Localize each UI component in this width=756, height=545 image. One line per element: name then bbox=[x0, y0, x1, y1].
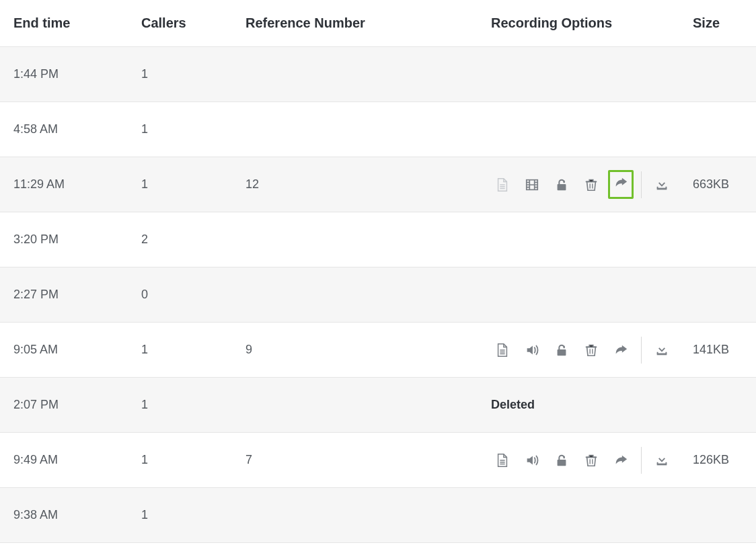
cell-end-time: 3:20 PM bbox=[13, 233, 141, 247]
table-row: 9:38 AM1 bbox=[0, 488, 756, 543]
header-callers: Callers bbox=[141, 15, 245, 31]
cell-options bbox=[491, 337, 693, 364]
share-icon[interactable] bbox=[613, 175, 628, 190]
table-row: 4:58 AM1 bbox=[0, 102, 756, 157]
cell-end-time: 2:27 PM bbox=[13, 288, 141, 302]
header-options: Recording Options bbox=[491, 15, 693, 31]
cell-size: 663KB bbox=[693, 177, 743, 192]
cell-callers: 1 bbox=[141, 122, 245, 136]
table-row: 2:27 PM0 bbox=[0, 267, 756, 323]
cell-end-time: 9:05 AM bbox=[13, 343, 141, 357]
header-reference: Reference Number bbox=[245, 15, 491, 31]
notes-icon[interactable] bbox=[495, 343, 510, 358]
cell-callers: 1 bbox=[141, 67, 245, 81]
cell-reference: 12 bbox=[245, 177, 491, 192]
cell-end-time: 9:38 AM bbox=[13, 508, 141, 522]
download-icon[interactable] bbox=[654, 343, 669, 358]
header-end-time: End time bbox=[13, 15, 141, 31]
delete-icon[interactable] bbox=[584, 453, 599, 468]
table-row: 1:44 PM1 bbox=[0, 47, 756, 102]
table-row: 2:07 PM1Deleted bbox=[0, 378, 756, 433]
cell-callers: 1 bbox=[141, 343, 245, 357]
cell-options: Deleted bbox=[491, 398, 693, 412]
share-icon[interactable] bbox=[613, 343, 628, 358]
video-icon[interactable] bbox=[525, 177, 539, 192]
cell-options bbox=[491, 171, 693, 198]
cell-callers: 1 bbox=[141, 508, 245, 522]
notes-icon[interactable] bbox=[495, 177, 510, 192]
delete-icon[interactable] bbox=[584, 177, 599, 192]
table-row: 9:05 AM19141KB bbox=[0, 323, 756, 378]
share-icon[interactable] bbox=[613, 453, 628, 468]
notes-icon[interactable] bbox=[495, 453, 510, 468]
options-divider bbox=[641, 337, 642, 364]
recording-options bbox=[491, 171, 669, 198]
share-highlight bbox=[608, 170, 634, 199]
table-row: 11:29 AM112663KB bbox=[0, 157, 756, 212]
cell-callers: 1 bbox=[141, 398, 245, 412]
delete-icon[interactable] bbox=[584, 343, 599, 358]
audio-icon[interactable] bbox=[525, 453, 539, 468]
cell-end-time: 2:07 PM bbox=[13, 398, 141, 412]
cell-callers: 0 bbox=[141, 288, 245, 302]
status-deleted: Deleted bbox=[491, 398, 535, 412]
audio-icon[interactable] bbox=[525, 343, 539, 358]
recording-options bbox=[491, 337, 669, 364]
cell-size: 126KB bbox=[693, 453, 743, 467]
cell-end-time: 11:29 AM bbox=[13, 177, 141, 192]
unlock-icon[interactable] bbox=[554, 343, 569, 358]
options-divider bbox=[641, 171, 642, 198]
table-row: 9:49 AM17126KB bbox=[0, 433, 756, 488]
unlock-icon[interactable] bbox=[554, 177, 569, 192]
recording-options bbox=[491, 447, 669, 474]
cell-reference: 9 bbox=[245, 343, 491, 357]
table-header: End time Callers Reference Number Record… bbox=[0, 0, 756, 47]
cell-callers: 1 bbox=[141, 453, 245, 467]
recordings-table: End time Callers Reference Number Record… bbox=[0, 0, 756, 543]
table-row: 3:20 PM2 bbox=[0, 212, 756, 267]
cell-end-time: 1:44 PM bbox=[13, 67, 141, 81]
cell-callers: 1 bbox=[141, 177, 245, 192]
download-icon[interactable] bbox=[654, 453, 669, 468]
cell-size: 141KB bbox=[693, 343, 743, 357]
unlock-icon[interactable] bbox=[554, 453, 569, 468]
download-icon[interactable] bbox=[654, 177, 669, 192]
cell-reference: 7 bbox=[245, 453, 491, 467]
cell-end-time: 9:49 AM bbox=[13, 453, 141, 467]
cell-options bbox=[491, 447, 693, 474]
options-divider bbox=[641, 447, 642, 474]
cell-end-time: 4:58 AM bbox=[13, 122, 141, 136]
header-size: Size bbox=[693, 15, 743, 31]
cell-callers: 2 bbox=[141, 233, 245, 247]
